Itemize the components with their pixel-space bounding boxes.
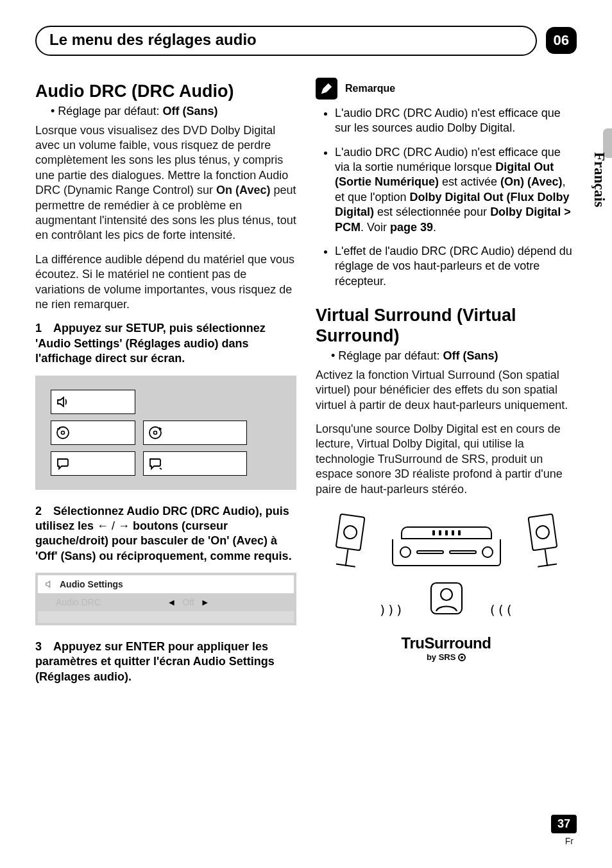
list-item: L'effet de l'audio DRC (DRC Audio) dépen…: [335, 244, 577, 289]
text: by: [427, 652, 439, 662]
sound-wave-right-icon: (((: [489, 602, 514, 618]
text: est activée: [439, 175, 500, 188]
step-3: 3Appuyez sur ENTER pour appliquer les pa…: [35, 639, 296, 684]
settings-tab-label: Audio Settings: [60, 579, 123, 589]
page: Le menu des réglages audio 06 Français A…: [0, 0, 612, 868]
left-arrow-icon: ◄: [167, 597, 176, 607]
default-setting-row: • Réglage par défaut: Off (Sans): [35, 105, 296, 118]
svg-point-3: [154, 431, 157, 434]
receiver-icon: [392, 526, 501, 566]
osd-cell-audio: [51, 390, 135, 414]
paragraph: Losrque vous visualisez des DVD Dolby Di…: [35, 123, 296, 243]
logo-sub: by SRS: [402, 652, 491, 662]
arrow-glyphs: ← / →: [97, 519, 130, 532]
step-2: 2Sélectionnez Audio DRC (DRC Audio), pui…: [35, 504, 296, 564]
sound-wave-left-icon: ))): [378, 602, 404, 618]
listener-icon: [427, 579, 466, 618]
header-row: Le menu des réglages audio 06: [35, 26, 577, 56]
brand-text: SRS: [439, 652, 456, 662]
section-heading-vs: Virtual Surround (Virtual Surround): [316, 306, 577, 347]
svg-point-5: [441, 589, 452, 600]
speaker-icon: [44, 579, 55, 589]
paragraph: La différence audible dépend du matériel…: [35, 252, 296, 313]
bullet: •: [331, 349, 335, 362]
language-tab: Français: [586, 128, 612, 231]
settings-panel-diagram: Audio Settings Audio DRC ◄ Off ►: [35, 573, 296, 625]
paragraph: Activez la fonction Virtual Surround (So…: [316, 368, 577, 413]
bold-text: On (Avec): [216, 184, 270, 196]
default-setting-row: • Réglage par défaut: Off (Sans): [316, 349, 577, 363]
page-number: 37: [551, 815, 577, 833]
disc-a-icon: [55, 425, 71, 440]
speaker-diagram: ))) ((( TruSurround by SRS: [316, 508, 577, 662]
default-value: Off (Sans): [162, 105, 217, 117]
osd-row: [51, 390, 281, 414]
osd-cell-lang1: [51, 451, 135, 476]
diagram-bottom-row: ))) (((: [378, 579, 513, 618]
default-label: Réglage par défaut:: [58, 105, 162, 117]
svg-point-1: [62, 431, 65, 434]
speech-arrow-icon: [148, 456, 163, 471]
svg-rect-4: [431, 583, 462, 614]
content-columns: Audio DRC (DRC Audio) • Réglage par défa…: [35, 78, 577, 693]
srs-dot-icon: [458, 654, 466, 661]
speaker-left-icon: [327, 506, 373, 568]
page-language-code: Fr: [565, 836, 574, 846]
osd-cell-video1: [51, 421, 135, 445]
svg-point-2: [149, 427, 161, 438]
step-text: Appuyez sur SETUP, puis sélectionnez 'Au…: [35, 322, 266, 365]
step-text: Appuyez sur ENTER pour appliquer les par…: [35, 640, 275, 683]
note-icon: [316, 78, 337, 100]
logo-main: TruSurround: [402, 634, 491, 652]
left-column: Audio DRC (DRC Audio) • Réglage par défa…: [35, 78, 296, 693]
right-arrow-icon: ►: [201, 597, 210, 607]
list-item: L'audio DRC (DRC Audio) n'est efficace q…: [335, 145, 577, 235]
setting-value: Off: [182, 597, 194, 607]
settings-top-row: Audio Settings: [38, 575, 294, 593]
disc-b-icon: [148, 425, 163, 440]
speaker-right-icon: [520, 506, 566, 568]
setting-label: Audio DRC: [56, 597, 101, 607]
bullet: •: [51, 105, 55, 117]
section-heading-drc: Audio DRC (DRC Audio): [35, 82, 296, 102]
list-item: L'audio DRC (DRC Audio) n'est efficace q…: [335, 106, 577, 136]
step-number: 3: [35, 639, 53, 654]
paragraph: Lorsqu'une source Dolby Digital est en c…: [316, 422, 577, 497]
text: est sélectionnée pour: [374, 205, 490, 218]
speaker-icon: [55, 394, 71, 410]
step-number: 1: [35, 321, 53, 336]
osd-row: [51, 451, 281, 476]
step-number: 2: [35, 504, 53, 519]
chapter-number: 06: [546, 27, 577, 54]
note-list: L'audio DRC (DRC Audio) n'est efficace q…: [316, 106, 577, 289]
osd-cell-video2: [143, 421, 247, 445]
note-header: Remarque: [316, 78, 577, 100]
settings-value-row: Audio DRC ◄ Off ►: [38, 593, 294, 611]
settings-bottom-bar: [38, 611, 294, 623]
text: .: [433, 221, 436, 234]
default-label: Réglage par défaut:: [338, 349, 443, 362]
language-tab-label: Français: [591, 152, 608, 207]
bold-text: (On) (Avec): [500, 175, 562, 188]
note-title: Remarque: [345, 83, 395, 94]
text: . Voir: [361, 221, 390, 234]
trusurround-logo: TruSurround by SRS: [402, 634, 491, 662]
bold-text: page 39: [390, 221, 433, 234]
diagram-top-row: [330, 508, 563, 566]
osd-row: [51, 421, 281, 445]
osd-cell-lang2: [143, 451, 247, 476]
speech-icon: [55, 456, 71, 471]
default-value: Off (Sans): [443, 349, 498, 362]
osd-menu-diagram: [35, 376, 296, 490]
step-1: 1Appuyez sur SETUP, puis sélectionnez 'A…: [35, 321, 296, 366]
chapter-title: Le menu des réglages audio: [35, 26, 537, 56]
right-column: Remarque L'audio DRC (DRC Audio) n'est e…: [316, 78, 577, 693]
